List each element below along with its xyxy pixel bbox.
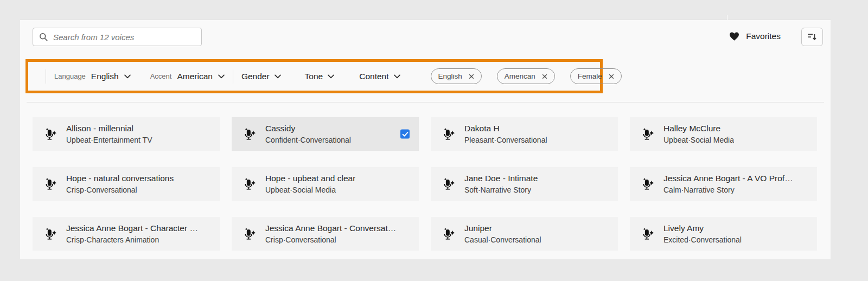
ai-mic-icon [641,177,655,191]
voice-tags: Crisp·Conversational [66,185,174,195]
voice-card[interactable]: Halley McClure Upbeat·Social Media [630,117,817,151]
ai-mic-icon [43,227,58,241]
ai-mic-icon [43,127,58,141]
heart-icon [729,31,740,41]
voice-tags: Excited·Conversational [663,235,742,245]
voice-picker-panel: Favorites Language English Accent Americ… [20,20,831,259]
voice-grid: Allison - millennial Upbeat·Entertainmen… [33,117,817,251]
chevron-down-icon [394,74,400,79]
ai-mic-icon [242,177,257,191]
sort-button[interactable] [801,28,823,46]
ai-mic-icon [641,227,655,241]
voice-name: Allison - millennial [66,123,152,134]
accent-label: Accent [150,72,172,80]
voice-tags: Casual·Conversational [464,235,541,245]
content-label: Content [359,72,388,81]
voice-name: Hope - upbeat and clear [265,173,355,184]
voice-card[interactable]: Jessica Anne Bogart - Character and... C… [33,217,220,251]
voice-name: Jessica Anne Bogart - Character and... [66,223,198,234]
voice-tags: Pleasant·Conversational [464,135,547,145]
active-filter-chips: English American Female [431,68,622,84]
filter-bar-highlight: Language English Accent American Gender … [25,59,603,93]
voice-name: Dakota H [464,123,547,134]
voice-name: Halley McClure [663,123,734,134]
tone-dropdown[interactable]: Tone [305,72,335,81]
voice-card[interactable]: Jane Doe - Intimate Soft·Narrative Story [431,167,618,201]
top-edge-seam [727,15,727,20]
language-dropdown[interactable]: Language English [54,72,131,81]
voice-tags: Crisp·Characters Animation [66,235,198,245]
section-divider [27,102,824,103]
voice-card[interactable]: Juniper Casual·Conversational [431,217,618,251]
favorites-label: Favorites [746,31,781,41]
voice-tags: Confident·Conversational [265,135,351,145]
voice-card[interactable]: Hope - natural conversations Crisp·Conve… [33,167,220,201]
chevron-down-icon [218,74,225,79]
chevron-down-icon [275,74,281,79]
chip-remove-icon[interactable] [609,74,614,79]
voice-card[interactable]: Lively Amy Excited·Conversational [630,217,817,251]
chevron-down-icon [328,74,334,79]
chevron-down-icon [124,74,131,79]
voice-selected-checkbox[interactable] [400,130,410,139]
content-dropdown[interactable]: Content [359,72,400,81]
voice-name: Lively Amy [663,223,742,234]
voice-card[interactable]: Jessica Anne Bogart - Conversations Cris… [232,217,419,251]
chip-remove-icon[interactable] [469,74,474,79]
voice-name: Juniper [464,223,541,234]
accent-dropdown[interactable]: Accent American [150,72,225,81]
voice-tags: Upbeat·Social Media [265,185,355,195]
favorites-toggle[interactable]: Favorites [729,31,781,41]
voice-tags: Soft·Narrative Story [464,185,538,195]
check-icon [402,131,409,137]
voice-name: Jessica Anne Bogart - A VO Professional;… [663,173,795,184]
filter-chip-american[interactable]: American [497,68,555,84]
voice-name: Jane Doe - Intimate [464,173,538,184]
ai-mic-icon [43,177,58,191]
chip-label: American [505,72,535,80]
ai-mic-icon [641,127,655,141]
search-box [33,28,202,46]
filter-chip-female[interactable]: Female [570,68,622,84]
accent-value: American [177,72,212,81]
search-input[interactable] [53,33,195,42]
search-icon [39,33,48,42]
divider [46,69,46,84]
voice-card[interactable]: Allison - millennial Upbeat·Entertainmen… [33,117,220,151]
ai-mic-icon [442,127,456,141]
language-value: English [91,72,119,81]
gender-dropdown[interactable]: Gender [241,72,281,81]
voice-card[interactable]: Jessica Anne Bogart - A VO Professional;… [630,167,817,201]
voice-card-selected[interactable]: Cassidy Confident·Conversational [232,117,419,151]
chip-remove-icon[interactable] [542,74,547,79]
divider [233,69,233,84]
voice-card[interactable]: Dakota H Pleasant·Conversational [431,117,618,151]
voice-tags: Upbeat·Entertainment TV [66,135,152,145]
ai-mic-icon [442,177,456,191]
voice-name: Cassidy [265,123,351,134]
chip-label: English [438,72,462,80]
language-label: Language [54,72,86,80]
filter-chip-english[interactable]: English [431,68,482,84]
ai-mic-icon [442,227,456,241]
voice-name: Jessica Anne Bogart - Conversations [265,223,397,234]
sort-icon [807,33,817,41]
ai-mic-icon [242,127,257,141]
chip-label: Female [578,72,602,80]
voice-tags: Upbeat·Social Media [663,135,734,145]
gender-label: Gender [241,72,270,81]
ai-mic-icon [242,227,257,241]
voice-name: Hope - natural conversations [66,173,174,184]
tone-label: Tone [305,72,323,81]
voice-tags: Calm·Narrative Story [663,185,795,195]
voice-card[interactable]: Hope - upbeat and clear Upbeat·Social Me… [232,167,419,201]
voice-tags: Crisp·Conversational [265,235,397,245]
